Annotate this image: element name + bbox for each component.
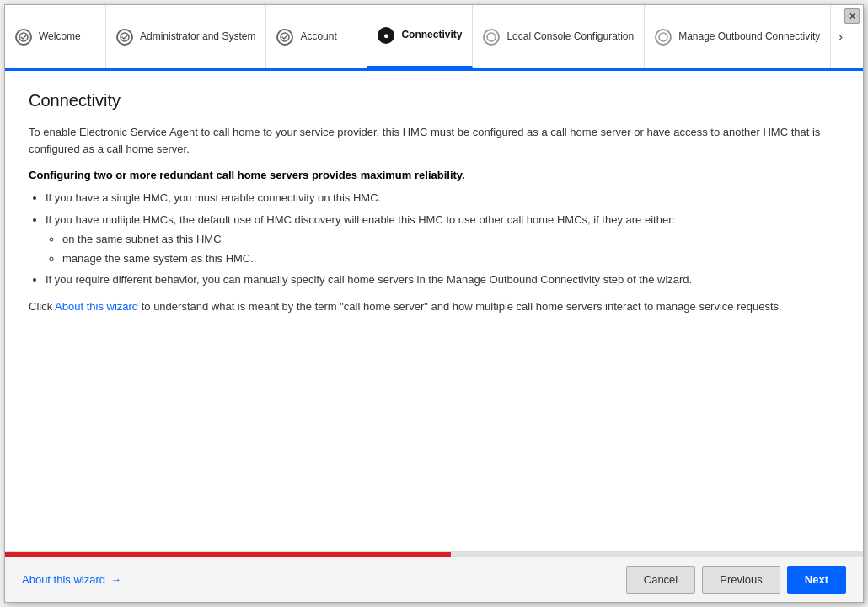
list-item-text: If you have multiple HMCs, the default u…: [46, 213, 675, 226]
bold-note: Configuring two or more redundant call h…: [29, 169, 839, 181]
content-area: Connectivity To enable Electronic Servic…: [5, 71, 863, 551]
step-welcome-label: Welcome: [39, 30, 81, 44]
wizard-steps-nav: Welcome Administrator and System Account…: [5, 5, 863, 71]
list-item: If you have multiple HMCs, the default u…: [46, 212, 839, 267]
page-title: Connectivity: [29, 91, 839, 110]
step-connectivity-label: Connectivity: [401, 29, 462, 42]
step-local-console-label: Local Console Configuration: [506, 30, 634, 44]
step-account-label: Account: [300, 30, 336, 44]
step-local-console[interactable]: Local Console Configuration: [473, 5, 645, 68]
about-this-wizard-inline-link[interactable]: About this wizard: [55, 300, 138, 313]
step-local-console-icon: [483, 29, 500, 46]
step-connectivity-icon: ●: [378, 27, 394, 44]
footer: About this wizard → Cancel Previous Next: [5, 557, 863, 602]
footer-buttons: Cancel Previous Next: [626, 566, 846, 594]
step-manage-outbound-icon: [655, 29, 672, 46]
next-button[interactable]: Next: [787, 566, 846, 594]
about-prefix-text: Click: [29, 300, 55, 313]
about-wizard-link[interactable]: About this wizard →: [22, 573, 121, 586]
step-account[interactable]: Account: [266, 5, 367, 68]
step-connectivity[interactable]: ● Connectivity: [367, 5, 473, 68]
bullet-list: If you have a single HMC, you must enabl…: [46, 190, 839, 288]
step-manage-outbound-label: Manage Outbound Connectivity: [678, 30, 820, 44]
sub-bullet-list: on the same subnet as this HMC manage th…: [62, 231, 839, 266]
wizard-dialog: ✕ Welcome Administrator and System Accou…: [4, 4, 864, 603]
footer-area: About this wizard → Cancel Previous Next: [5, 551, 863, 602]
step-admin-system[interactable]: Administrator and System: [106, 5, 266, 68]
step-welcome-icon: [15, 29, 32, 46]
list-item: If you have a single HMC, you must enabl…: [46, 190, 839, 207]
cancel-button[interactable]: Cancel: [626, 566, 695, 594]
svg-point-3: [487, 33, 496, 41]
close-button[interactable]: ✕: [844, 8, 860, 24]
step-account-icon: [276, 29, 293, 46]
step-admin-label: Administrator and System: [140, 30, 255, 44]
list-item-text: If you require different behavior, you c…: [46, 273, 692, 286]
step-manage-outbound[interactable]: Manage Outbound Connectivity: [645, 5, 831, 68]
sub-list-item: on the same subnet as this HMC: [62, 231, 839, 248]
list-item-text: If you have a single HMC, you must enabl…: [46, 191, 381, 204]
about-suffix-text: to understand what is meant by the term …: [138, 300, 782, 313]
previous-button[interactable]: Previous: [702, 566, 780, 594]
about-wizard-arrow-icon: →: [110, 573, 121, 586]
svg-point-4: [659, 33, 667, 41]
intro-paragraph: To enable Electronic Service Agent to ca…: [29, 124, 839, 157]
list-item: If you require different behavior, you c…: [46, 271, 839, 288]
sub-list-item: manage the same system as this HMC.: [62, 250, 839, 267]
about-link-paragraph: Click About this wizard to understand wh…: [29, 298, 839, 315]
about-wizard-label: About this wizard: [22, 573, 105, 586]
step-welcome[interactable]: Welcome: [5, 5, 106, 68]
step-admin-icon: [116, 29, 133, 46]
